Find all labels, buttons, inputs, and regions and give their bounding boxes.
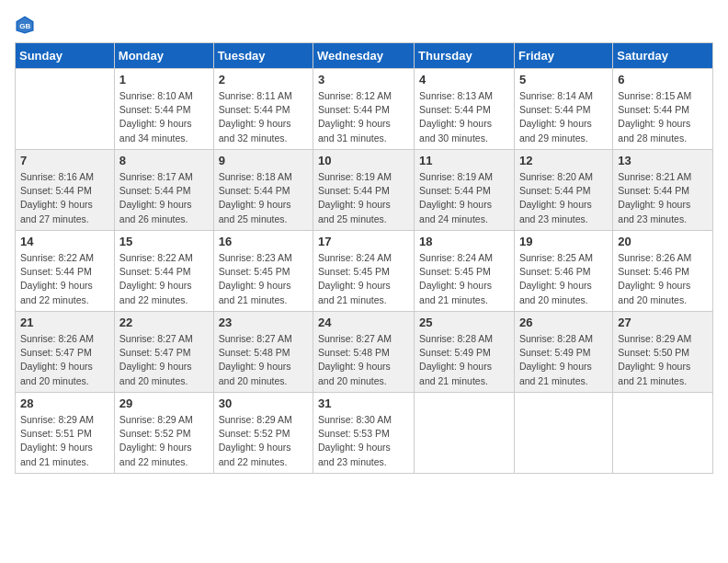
day-number: 27 — [618, 316, 708, 329]
day-number: 17 — [318, 235, 409, 248]
day-info: Sunrise: 8:23 AM Sunset: 5:45 PM Dayligh… — [219, 251, 308, 307]
day-number: 18 — [419, 235, 509, 248]
day-info: Sunrise: 8:27 AM Sunset: 5:48 PM Dayligh… — [318, 332, 409, 388]
calendar-cell: 25Sunrise: 8:28 AM Sunset: 5:49 PM Dayli… — [415, 312, 515, 393]
calendar-cell: 31Sunrise: 8:30 AM Sunset: 5:53 PM Dayli… — [313, 393, 415, 474]
day-number: 5 — [519, 73, 608, 86]
day-number: 10 — [318, 154, 409, 167]
day-header-friday: Friday — [514, 43, 612, 69]
calendar-cell: 6Sunrise: 8:15 AM Sunset: 5:44 PM Daylig… — [613, 69, 713, 150]
calendar-cell: 5Sunrise: 8:14 AM Sunset: 5:44 PM Daylig… — [514, 69, 612, 150]
calendar-cell: 13Sunrise: 8:21 AM Sunset: 5:44 PM Dayli… — [613, 150, 713, 231]
day-info: Sunrise: 8:20 AM Sunset: 5:44 PM Dayligh… — [519, 170, 608, 226]
day-header-thursday: Thursday — [415, 43, 515, 69]
day-info: Sunrise: 8:13 AM Sunset: 5:44 PM Dayligh… — [419, 89, 509, 145]
day-info: Sunrise: 8:22 AM Sunset: 5:44 PM Dayligh… — [20, 251, 109, 307]
calendar-cell: 9Sunrise: 8:18 AM Sunset: 5:44 PM Daylig… — [213, 150, 313, 231]
calendar-cell: 21Sunrise: 8:26 AM Sunset: 5:47 PM Dayli… — [16, 312, 115, 393]
week-row-4: 21Sunrise: 8:26 AM Sunset: 5:47 PM Dayli… — [16, 312, 713, 393]
day-number: 20 — [618, 235, 708, 248]
week-row-5: 28Sunrise: 8:29 AM Sunset: 5:51 PM Dayli… — [16, 393, 713, 474]
calendar-cell: 17Sunrise: 8:24 AM Sunset: 5:45 PM Dayli… — [313, 231, 415, 312]
calendar-cell — [415, 393, 515, 474]
day-info: Sunrise: 8:29 AM Sunset: 5:50 PM Dayligh… — [618, 332, 708, 388]
day-info: Sunrise: 8:28 AM Sunset: 5:49 PM Dayligh… — [519, 332, 608, 388]
day-info: Sunrise: 8:29 AM Sunset: 5:52 PM Dayligh… — [219, 413, 308, 469]
calendar-cell — [16, 69, 115, 150]
calendar-cell — [613, 393, 713, 474]
day-number: 1 — [119, 73, 209, 86]
calendar-table: SundayMondayTuesdayWednesdayThursdayFrid… — [15, 42, 713, 474]
calendar-cell: 7Sunrise: 8:16 AM Sunset: 5:44 PM Daylig… — [16, 150, 115, 231]
day-info: Sunrise: 8:24 AM Sunset: 5:45 PM Dayligh… — [318, 251, 409, 307]
calendar-cell: 23Sunrise: 8:27 AM Sunset: 5:48 PM Dayli… — [213, 312, 313, 393]
calendar-cell: 24Sunrise: 8:27 AM Sunset: 5:48 PM Dayli… — [313, 312, 415, 393]
day-info: Sunrise: 8:14 AM Sunset: 5:44 PM Dayligh… — [519, 89, 608, 145]
day-info: Sunrise: 8:26 AM Sunset: 5:47 PM Dayligh… — [20, 332, 109, 388]
day-info: Sunrise: 8:17 AM Sunset: 5:44 PM Dayligh… — [119, 170, 209, 226]
day-header-sunday: Sunday — [16, 43, 115, 69]
day-info: Sunrise: 8:18 AM Sunset: 5:44 PM Dayligh… — [219, 170, 308, 226]
calendar-cell: 18Sunrise: 8:24 AM Sunset: 5:45 PM Dayli… — [415, 231, 515, 312]
day-header-monday: Monday — [114, 43, 213, 69]
day-info: Sunrise: 8:19 AM Sunset: 5:44 PM Dayligh… — [318, 170, 409, 226]
calendar-cell: 8Sunrise: 8:17 AM Sunset: 5:44 PM Daylig… — [114, 150, 213, 231]
day-number: 3 — [318, 73, 409, 86]
calendar-cell: 11Sunrise: 8:19 AM Sunset: 5:44 PM Dayli… — [415, 150, 515, 231]
day-info: Sunrise: 8:24 AM Sunset: 5:45 PM Dayligh… — [419, 251, 509, 307]
calendar-cell: 3Sunrise: 8:12 AM Sunset: 5:44 PM Daylig… — [313, 69, 415, 150]
day-header-saturday: Saturday — [613, 43, 713, 69]
calendar-cell: 19Sunrise: 8:25 AM Sunset: 5:46 PM Dayli… — [514, 231, 612, 312]
day-number: 26 — [519, 316, 608, 329]
svg-text:GB: GB — [19, 22, 30, 30]
calendar-cell: 4Sunrise: 8:13 AM Sunset: 5:44 PM Daylig… — [415, 69, 515, 150]
day-info: Sunrise: 8:28 AM Sunset: 5:49 PM Dayligh… — [419, 332, 509, 388]
calendar-cell: 27Sunrise: 8:29 AM Sunset: 5:50 PM Dayli… — [613, 312, 713, 393]
day-number: 12 — [519, 154, 608, 167]
calendar-cell: 15Sunrise: 8:22 AM Sunset: 5:44 PM Dayli… — [114, 231, 213, 312]
day-info: Sunrise: 8:15 AM Sunset: 5:44 PM Dayligh… — [618, 89, 708, 145]
day-info: Sunrise: 8:29 AM Sunset: 5:51 PM Dayligh… — [20, 413, 109, 469]
day-number: 7 — [20, 154, 109, 167]
day-info: Sunrise: 8:22 AM Sunset: 5:44 PM Dayligh… — [119, 251, 209, 307]
day-info: Sunrise: 8:27 AM Sunset: 5:47 PM Dayligh… — [119, 332, 209, 388]
calendar-cell: 12Sunrise: 8:20 AM Sunset: 5:44 PM Dayli… — [514, 150, 612, 231]
day-number: 6 — [618, 73, 708, 86]
calendar-cell — [514, 393, 612, 474]
logo-icon: GB — [15, 15, 35, 35]
day-info: Sunrise: 8:16 AM Sunset: 5:44 PM Dayligh… — [20, 170, 109, 226]
day-number: 15 — [119, 235, 209, 248]
calendar-cell: 20Sunrise: 8:26 AM Sunset: 5:46 PM Dayli… — [613, 231, 713, 312]
day-header-wednesday: Wednesday — [313, 43, 415, 69]
day-info: Sunrise: 8:12 AM Sunset: 5:44 PM Dayligh… — [318, 89, 409, 145]
calendar-cell: 28Sunrise: 8:29 AM Sunset: 5:51 PM Dayli… — [16, 393, 115, 474]
day-number: 16 — [219, 235, 308, 248]
day-number: 19 — [519, 235, 608, 248]
week-row-1: 1Sunrise: 8:10 AM Sunset: 5:44 PM Daylig… — [16, 69, 713, 150]
day-info: Sunrise: 8:21 AM Sunset: 5:44 PM Dayligh… — [618, 170, 708, 226]
day-info: Sunrise: 8:29 AM Sunset: 5:52 PM Dayligh… — [119, 413, 209, 469]
day-number: 8 — [119, 154, 209, 167]
day-number: 29 — [119, 396, 209, 410]
calendar-header-row: SundayMondayTuesdayWednesdayThursdayFrid… — [16, 43, 713, 69]
page-header: GB — [15, 15, 713, 35]
week-row-3: 14Sunrise: 8:22 AM Sunset: 5:44 PM Dayli… — [16, 231, 713, 312]
calendar-cell: 14Sunrise: 8:22 AM Sunset: 5:44 PM Dayli… — [16, 231, 115, 312]
day-info: Sunrise: 8:19 AM Sunset: 5:44 PM Dayligh… — [419, 170, 509, 226]
day-info: Sunrise: 8:26 AM Sunset: 5:46 PM Dayligh… — [618, 251, 708, 307]
day-info: Sunrise: 8:11 AM Sunset: 5:44 PM Dayligh… — [219, 89, 308, 145]
calendar-cell: 10Sunrise: 8:19 AM Sunset: 5:44 PM Dayli… — [313, 150, 415, 231]
day-number: 22 — [119, 316, 209, 329]
day-number: 13 — [618, 154, 708, 167]
day-number: 2 — [219, 73, 308, 86]
week-row-2: 7Sunrise: 8:16 AM Sunset: 5:44 PM Daylig… — [16, 150, 713, 231]
calendar-cell: 2Sunrise: 8:11 AM Sunset: 5:44 PM Daylig… — [213, 69, 313, 150]
calendar-cell: 16Sunrise: 8:23 AM Sunset: 5:45 PM Dayli… — [213, 231, 313, 312]
day-info: Sunrise: 8:27 AM Sunset: 5:48 PM Dayligh… — [219, 332, 308, 388]
day-number: 28 — [20, 396, 109, 410]
day-number: 9 — [219, 154, 308, 167]
day-number: 24 — [318, 316, 409, 329]
calendar-cell: 1Sunrise: 8:10 AM Sunset: 5:44 PM Daylig… — [114, 69, 213, 150]
day-header-tuesday: Tuesday — [213, 43, 313, 69]
day-number: 21 — [20, 316, 109, 329]
